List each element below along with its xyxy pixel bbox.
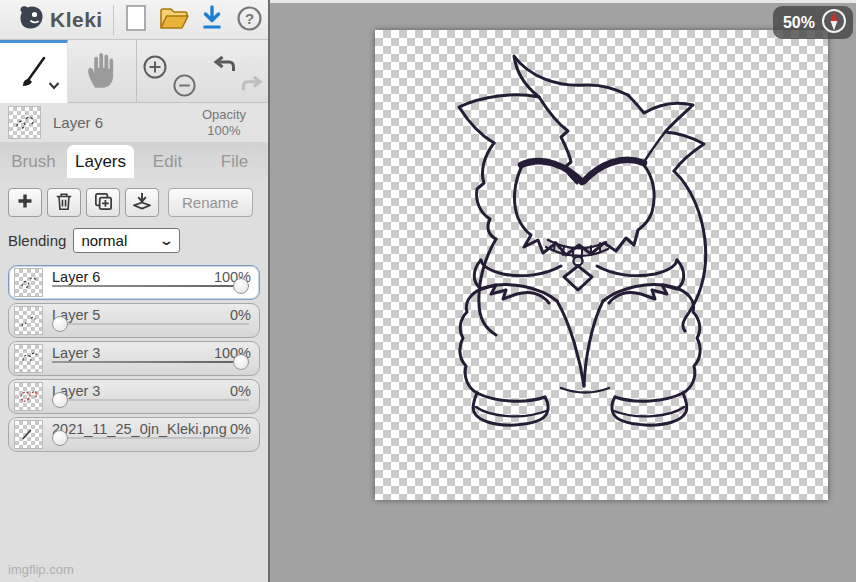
chevron-down-icon [48, 78, 60, 93]
help-icon: ? [236, 5, 263, 35]
layer-row-imported-png[interactable]: 2021_11_25_0jn_Kleki.png 0% [8, 417, 260, 452]
download-icon [200, 5, 224, 34]
kleki-app: Kleki [0, 0, 856, 582]
layer-opacity-slider[interactable] [52, 437, 249, 439]
new-file-icon [125, 4, 147, 35]
hand-tool-button[interactable] [68, 40, 136, 103]
delete-layer-icon [54, 191, 74, 215]
active-layer-thumbnail [8, 106, 41, 139]
slider-knob[interactable] [52, 430, 68, 446]
redo-button[interactable] [238, 74, 266, 102]
blending-row: Blending normal ⌄ [8, 228, 260, 253]
brush-icon [16, 53, 50, 94]
merge-down-button[interactable] [125, 188, 159, 217]
active-layer-preview[interactable]: Layer 6 Opacity 100% [0, 103, 268, 142]
brush-tool-button[interactable] [0, 40, 68, 103]
open-file-button[interactable] [155, 2, 193, 38]
zoom-rotation-badge[interactable]: 50% [773, 6, 853, 39]
slider-knob[interactable] [233, 278, 249, 294]
layer-thumbnail [14, 344, 43, 373]
blending-select[interactable]: normal ⌄ [73, 228, 180, 253]
layer-row-layer-6[interactable]: Layer 6 100% [8, 265, 260, 300]
download-button[interactable] [193, 2, 231, 38]
layer-opacity-slider[interactable] [52, 361, 249, 363]
active-layer-opacity: Opacity 100% [202, 107, 246, 138]
kleki-logo-icon [18, 4, 45, 35]
select-chevron-icon: ⌄ [159, 233, 174, 248]
layer-thumbnail [14, 382, 43, 411]
duplicate-layer-icon [93, 191, 114, 215]
rename-layer-button[interactable]: Rename [168, 188, 253, 217]
tab-layers[interactable]: Layers [67, 145, 134, 178]
delete-layer-button[interactable] [47, 188, 81, 217]
zoom-level: 50% [783, 14, 815, 32]
merge-down-icon [131, 191, 153, 215]
zoom-out-button[interactable] [171, 73, 199, 101]
layer-opacity-slider[interactable] [52, 399, 249, 401]
tab-brush[interactable]: Brush [0, 145, 67, 178]
drawing-canvas[interactable] [375, 30, 828, 500]
top-toolbar: Kleki [0, 0, 268, 40]
panel-tabs: Brush Layers Edit File [0, 142, 268, 178]
redo-icon [240, 86, 264, 101]
slider-knob[interactable] [52, 392, 68, 408]
layer-thumbnail [14, 420, 43, 449]
app-title: Kleki [50, 8, 103, 32]
hand-icon [84, 50, 120, 93]
canvas-area: 50% [270, 0, 856, 582]
layer-row-layer-3b[interactable]: Layer 3 0% [8, 379, 260, 414]
layer-buttons-row: Rename [8, 188, 260, 217]
sidebar: Kleki [0, 0, 270, 582]
imgflip-watermark: imgflip.com [8, 562, 74, 577]
svg-text:?: ? [245, 10, 254, 27]
layer-opacity-slider[interactable] [52, 285, 249, 287]
layer-thumbnail [14, 306, 43, 335]
character-drawing [375, 30, 828, 500]
layer-thumbnail [14, 268, 43, 297]
tool-row [0, 40, 268, 103]
layer-row-layer-3a[interactable]: Layer 3 100% [8, 341, 260, 376]
zoom-in-icon [142, 68, 168, 83]
zoom-out-icon [172, 86, 197, 101]
tab-file[interactable]: File [201, 145, 268, 178]
active-layer-name: Layer 6 [53, 114, 202, 131]
kleki-logo[interactable]: Kleki [0, 4, 113, 35]
layer-opacity-slider[interactable] [52, 323, 249, 325]
toolbar-divider [113, 5, 114, 35]
compass-icon [821, 8, 847, 38]
slider-knob[interactable] [233, 354, 249, 370]
new-file-button[interactable] [118, 2, 156, 38]
zoom-in-button[interactable] [141, 54, 169, 82]
zoom-group [137, 40, 203, 102]
duplicate-layer-button[interactable] [86, 188, 120, 217]
undo-button[interactable] [210, 54, 238, 82]
tab-edit[interactable]: Edit [134, 145, 201, 178]
blending-label: Blending [8, 232, 66, 249]
open-folder-icon [158, 5, 190, 34]
help-button[interactable]: ? [230, 2, 268, 38]
history-group [202, 40, 268, 102]
add-layer-icon [15, 191, 35, 214]
layers-panel: Rename Blending normal ⌄ Layer 6 [0, 178, 268, 452]
layer-list: Layer 6 100% Layer 5 [8, 265, 260, 452]
add-layer-button[interactable] [8, 188, 42, 217]
slider-knob[interactable] [52, 316, 68, 332]
undo-icon [212, 67, 237, 82]
layer-row-layer-5[interactable]: Layer 5 0% [8, 303, 260, 338]
